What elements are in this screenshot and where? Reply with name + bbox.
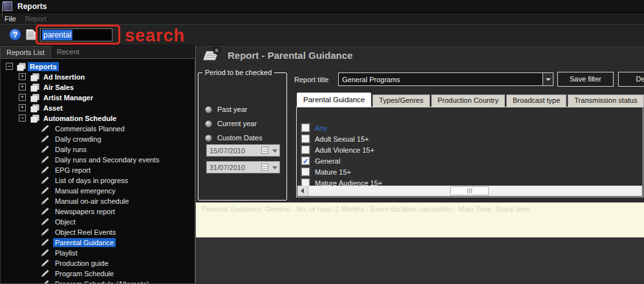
- filter-tabstrip: Parental GuidanceTypes/GenresProduction …: [297, 93, 644, 107]
- radio-label: Custom Dates: [217, 134, 263, 142]
- toolbar-grip: [2, 4, 4, 17]
- page-title: Report - Parental Guidance: [228, 50, 352, 61]
- rating-option[interactable]: Any: [301, 123, 327, 133]
- tree-item-label: Object: [53, 217, 78, 226]
- tree-item[interactable]: Object Reel Events: [1, 227, 195, 237]
- tree-item-label: Manual emergency: [53, 186, 118, 195]
- filter-tab-types-genres[interactable]: Types/Genres: [372, 94, 429, 107]
- tree-item[interactable]: Daily crowding: [1, 134, 195, 144]
- radio-past-year[interactable]: Past year: [205, 105, 247, 113]
- tree-item[interactable]: Manual emergency: [1, 186, 195, 196]
- expand-icon[interactable]: +: [19, 94, 26, 101]
- tree-item[interactable]: Newspapers report: [1, 206, 195, 217]
- tree-item[interactable]: Object: [1, 217, 195, 227]
- horizontal-scrollbar[interactable]: [297, 186, 642, 196]
- tree-item-label: Production guide: [53, 259, 111, 268]
- collapse-icon[interactable]: −: [6, 63, 13, 70]
- tree-item[interactable]: Program Schedule: [1, 268, 195, 279]
- rating-option-label: Any: [315, 124, 327, 132]
- rating-option[interactable]: ✓General: [301, 156, 340, 166]
- tree-item[interactable]: Production guide: [1, 258, 195, 268]
- search-selected-text: parental: [42, 30, 72, 40]
- results-area: [196, 237, 644, 284]
- radio-custom-dates[interactable]: Custom Dates: [205, 134, 263, 142]
- radio-icon: [205, 106, 212, 113]
- filter-tab-parental-guidance[interactable]: Parental Guidance: [297, 93, 371, 107]
- parental-guidance-panel: AnyAdult Sexual 15+Adult Violence 15+✓Ge…: [296, 107, 643, 197]
- save-filter-button[interactable]: Save filter: [557, 72, 614, 87]
- checkbox-icon[interactable]: [301, 146, 310, 154]
- combo-dropdown-button[interactable]: [542, 73, 553, 85]
- tree-item[interactable]: EPG report: [1, 165, 195, 175]
- calendar-icon: [261, 164, 268, 171]
- tree-item[interactable]: Program Schedule (Alternate): [1, 279, 195, 284]
- calendar-icon: [261, 147, 268, 154]
- tree-item-label: Manual on-air schedule: [53, 197, 131, 206]
- radio-label: Current year: [217, 120, 257, 127]
- tree-item[interactable]: − Automation Schedule: [1, 113, 195, 124]
- search-input[interactable]: parental: [40, 28, 113, 41]
- tree-item[interactable]: + Asset: [1, 103, 195, 113]
- tree-item[interactable]: Daily runs: [1, 144, 195, 155]
- left-panel-tabs: Reports List Recent: [0, 45, 195, 58]
- checkbox-icon[interactable]: [301, 135, 310, 143]
- checkbox-icon[interactable]: ✓: [301, 157, 310, 165]
- rating-option[interactable]: Adult Violence 15+: [301, 145, 374, 155]
- tree-item[interactable]: + Artist Manager: [1, 93, 195, 103]
- rating-option[interactable]: Adult Sexual 15+: [301, 134, 369, 144]
- tree-item-label: Daily crowding: [53, 135, 103, 144]
- delete-button[interactable]: Delete: [618, 72, 644, 87]
- tree-item[interactable]: Manual on-air schedule: [1, 196, 195, 206]
- tree-item-label: Ad Insertion: [41, 72, 87, 82]
- date-from-picker[interactable]: 15/07/2010: [206, 144, 280, 157]
- report-title-combobox[interactable]: General Programs: [338, 72, 553, 86]
- tree-item-label: Object Reel Events: [53, 228, 118, 237]
- radio-current-year[interactable]: Current year: [205, 120, 257, 127]
- tree-item[interactable]: List of days in progress: [1, 175, 195, 186]
- checkbox-icon[interactable]: [301, 124, 310, 132]
- radio-label: Past year: [217, 105, 247, 113]
- tab-reports-list[interactable]: Reports List: [0, 46, 51, 58]
- date-to-picker[interactable]: 31/07/2010: [206, 161, 280, 173]
- help-icon[interactable]: ?: [9, 28, 21, 41]
- filter-tab-transmission-status[interactable]: Transmission status: [568, 94, 643, 107]
- menu-bar: File Report: [0, 13, 644, 24]
- expand-icon[interactable]: +: [19, 73, 26, 80]
- radio-icon: [205, 120, 212, 127]
- window-title: Reports: [17, 2, 47, 11]
- rating-option-label: Adult Sexual 15+: [315, 135, 369, 143]
- tree-item[interactable]: + Air Sales: [1, 82, 195, 93]
- tree-item-label: Artist Manager: [41, 93, 95, 102]
- rating-option-label: General: [315, 157, 340, 165]
- tree-item-label: List of days in progress: [53, 176, 130, 185]
- tree-item[interactable]: Playlist: [1, 248, 195, 258]
- tree-item[interactable]: − Reports: [1, 61, 195, 72]
- filter-tab-production-country[interactable]: Production Country: [431, 94, 505, 107]
- tree-item[interactable]: + Ad Insertion: [1, 72, 195, 82]
- expand-icon[interactable]: +: [19, 83, 26, 91]
- collapse-icon[interactable]: −: [19, 115, 26, 122]
- tree-item[interactable]: Parental Guidance: [1, 237, 195, 248]
- tab-recent[interactable]: Recent: [51, 46, 85, 58]
- summary-panel: Parental Guidance: General - No. of runs…: [196, 202, 644, 237]
- report-title-value: General Programs: [339, 76, 542, 83]
- scrollbar-thumb[interactable]: [450, 186, 489, 195]
- app-icon: [3, 1, 12, 11]
- menu-report: Report: [21, 14, 51, 23]
- tree-item[interactable]: Commercials Planned: [1, 124, 195, 134]
- summary-text: Parental Guidance: General - No. of runs…: [202, 205, 530, 213]
- tree-item-label: Parental Guidance: [53, 238, 116, 247]
- expand-icon[interactable]: +: [19, 104, 26, 111]
- report-title-label: Report title: [294, 76, 328, 83]
- rating-option[interactable]: Mature 15+: [301, 167, 351, 177]
- filter-tab-broadcast-type[interactable]: Broadcast type: [506, 94, 566, 107]
- book-icon[interactable]: [26, 29, 36, 40]
- tree-item-label: Commercials Planned: [53, 124, 127, 133]
- rating-option-label: Adult Violence 15+: [315, 146, 374, 154]
- checkbox-icon[interactable]: [301, 168, 310, 176]
- search-annotation-text: search: [125, 26, 185, 46]
- tree-item[interactable]: Daily runs and Secondary events: [1, 155, 195, 165]
- scroll-left-arrow[interactable]: [297, 186, 308, 196]
- tree-item-label: Reports: [28, 62, 59, 71]
- tree-item-label: Air Sales: [41, 83, 76, 92]
